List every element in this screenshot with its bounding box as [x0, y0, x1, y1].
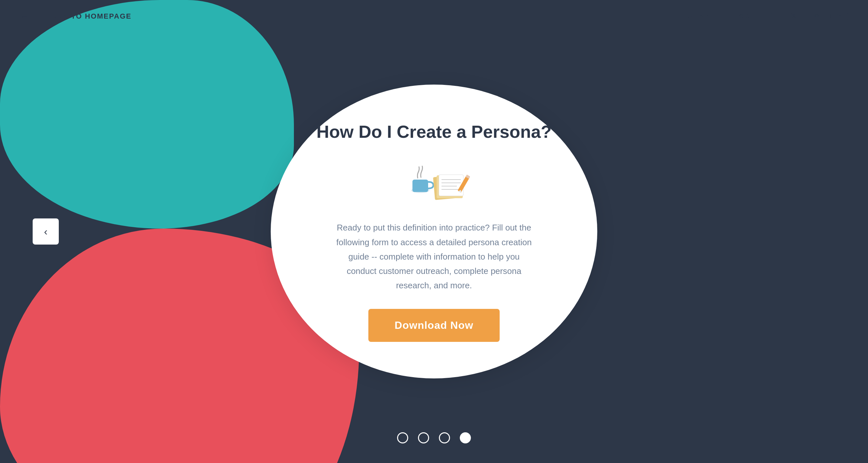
- twitter-button[interactable]: 𝕏: [784, 7, 803, 26]
- oval-card: How Do I Create a Persona?: [271, 85, 597, 378]
- dot-3[interactable]: [439, 432, 450, 443]
- illustration: [398, 155, 470, 207]
- social-icons: f 𝕏 ✉ in: [762, 7, 848, 26]
- facebook-icon: f: [769, 12, 772, 21]
- email-button[interactable]: ✉: [807, 7, 826, 26]
- card-title: How Do I Create a Persona?: [316, 121, 552, 142]
- dots-navigation: [397, 432, 471, 443]
- main-content: How Do I Create a Persona?: [271, 85, 597, 378]
- back-label: RETURN TO HOMEPAGE: [35, 12, 132, 21]
- prev-button[interactable]: ‹: [33, 218, 59, 245]
- dot-1[interactable]: [397, 432, 408, 443]
- header: ← RETURN TO HOMEPAGE SHARE THE TOOL f 𝕏 …: [0, 0, 868, 33]
- facebook-button[interactable]: f: [762, 7, 780, 26]
- card-description: Ready to put this definition into practi…: [333, 220, 535, 292]
- linkedin-icon: in: [837, 13, 842, 20]
- download-button[interactable]: Download Now: [368, 309, 499, 342]
- back-arrow-icon: ←: [20, 11, 29, 22]
- teal-blob: [0, 0, 294, 228]
- svg-rect-4: [439, 175, 463, 196]
- svg-rect-1: [412, 180, 428, 192]
- linkedin-button[interactable]: in: [830, 7, 848, 26]
- prev-icon: ‹: [44, 226, 48, 238]
- share-section: SHARE THE TOOL f 𝕏 ✉ in: [688, 7, 848, 26]
- download-button-label: Download Now: [395, 319, 473, 331]
- dot-4[interactable]: [460, 432, 471, 443]
- dot-2[interactable]: [418, 432, 429, 443]
- email-icon: ✉: [813, 12, 819, 21]
- back-link[interactable]: ← RETURN TO HOMEPAGE: [20, 11, 132, 22]
- twitter-icon: 𝕏: [790, 12, 797, 21]
- share-label: SHARE THE TOOL: [688, 13, 755, 20]
